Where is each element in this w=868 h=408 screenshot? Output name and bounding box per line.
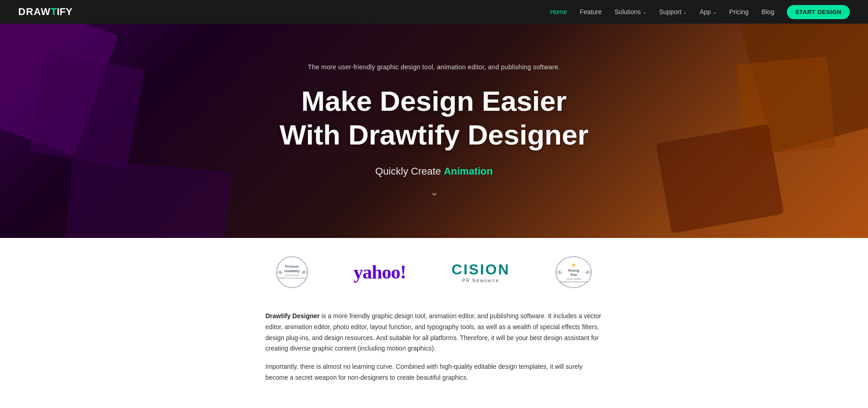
nav-support-dropdown[interactable]: Support ⌄ bbox=[659, 8, 687, 15]
hero-title-line1: Make Design Easier bbox=[301, 85, 566, 117]
rising-star-label1: Rising bbox=[568, 269, 579, 273]
nav-support[interactable]: Support ⌄ bbox=[659, 8, 687, 15]
hero-title-line2: With Drawtify Designer bbox=[279, 119, 588, 150]
rising-star-badge: ❧ ❧ ★ Rising Star 2019 Award Awarded by … bbox=[555, 256, 592, 288]
rising-star-badge-ring: ❧ ❧ ★ Rising Star 2019 Award Awarded by … bbox=[555, 256, 592, 288]
hero-section: The more user-friendly graphic design to… bbox=[0, 24, 868, 238]
nav-solutions-link[interactable]: Solutions bbox=[615, 8, 641, 15]
support-chevron-icon: ⌄ bbox=[683, 10, 687, 15]
laurel-right-icon: ❧ bbox=[300, 267, 308, 278]
cision-logo-item: CISION PR Newswire bbox=[452, 261, 510, 283]
rising-star-label2: Star bbox=[570, 273, 578, 277]
nav-links: Home Feature Solutions ⌄ Support ⌄ App ⌄… bbox=[550, 5, 850, 19]
solutions-chevron-icon: ⌄ bbox=[642, 10, 646, 15]
nav-blog[interactable]: Blog bbox=[761, 8, 774, 16]
cision-logo-sub: PR Newswire bbox=[462, 278, 499, 283]
logo-t: T bbox=[51, 6, 56, 18]
hero-content: The more user-friendly graphic design to… bbox=[0, 63, 868, 199]
yahoo-logo-item: yahoo! bbox=[354, 261, 406, 283]
description-para2: Importantly, there is almost no learning… bbox=[266, 362, 603, 383]
rising-laurel-right-icon: ❧ bbox=[584, 267, 592, 278]
start-design-button[interactable]: START DESIGN bbox=[787, 5, 850, 19]
description-section: Drawtify Designer is a more friendly gra… bbox=[0, 297, 868, 408]
nav-feature-link[interactable]: Feature bbox=[580, 8, 602, 15]
yahoo-logo-text: yahoo! bbox=[354, 261, 406, 283]
logo-draw: DRAW bbox=[18, 6, 51, 18]
hero-tagline: Quickly Create Animation bbox=[0, 165, 868, 177]
hero-tagline-highlight: Animation bbox=[444, 165, 493, 177]
nav-pricing-link[interactable]: Pricing bbox=[729, 8, 749, 15]
nav-app-dropdown[interactable]: App ⌄ bbox=[699, 8, 716, 15]
app-chevron-icon: ⌄ bbox=[713, 10, 716, 15]
cision-logo-wrapper: CISION PR Newswire bbox=[452, 261, 510, 283]
nav-pricing[interactable]: Pricing bbox=[729, 8, 749, 16]
description-para1: Drawtify Designer is a more friendly gra… bbox=[266, 311, 603, 354]
nav-solutions[interactable]: Solutions ⌄ bbox=[615, 8, 647, 15]
nav-solutions-dropdown[interactable]: Solutions ⌄ bbox=[615, 8, 647, 15]
nav-app-link[interactable]: App bbox=[699, 8, 711, 15]
logo-ify: IFY bbox=[57, 6, 72, 18]
nav-app[interactable]: App ⌄ bbox=[699, 8, 716, 15]
description-text: Drawtify Designer is a more friendly gra… bbox=[229, 302, 639, 408]
logos-section: ❧ ❧ Premium Usability 2019 Award Awarded… bbox=[0, 238, 868, 297]
hero-tagline-prefix: Quickly Create bbox=[375, 165, 444, 177]
rising-star-awarded: Awarded by FinancesOnline bbox=[560, 280, 588, 283]
logo[interactable]: DRAWTIFY bbox=[18, 6, 72, 18]
nav-feature[interactable]: Feature bbox=[580, 8, 602, 16]
premium-usability-badge: ❧ ❧ Premium Usability 2019 Award Awarded… bbox=[276, 256, 308, 288]
hero-subtitle: The more user-friendly graphic design to… bbox=[0, 63, 868, 71]
rising-star-icon: ★ bbox=[571, 261, 577, 269]
nav-home-link[interactable]: Home bbox=[550, 8, 567, 15]
cision-logo-text: CISION bbox=[452, 261, 510, 278]
nav-start-design[interactable]: START DESIGN bbox=[787, 5, 850, 19]
laurel-left-icon: ❧ bbox=[276, 267, 284, 278]
description-bold: Drawtify Designer bbox=[266, 312, 320, 320]
premium-badge-ring: ❧ ❧ Premium Usability 2019 Award Awarded… bbox=[276, 256, 308, 288]
nav-home[interactable]: Home bbox=[550, 8, 567, 16]
nav-blog-link[interactable]: Blog bbox=[761, 8, 774, 15]
rising-laurel-left-icon: ❧ bbox=[555, 267, 563, 278]
nav-support-link[interactable]: Support bbox=[659, 8, 681, 15]
scroll-down-icon[interactable]: ⌄ bbox=[0, 186, 868, 198]
hero-title: Make Design Easier With Drawtify Designe… bbox=[0, 84, 868, 152]
navbar: DRAWTIFY Home Feature Solutions ⌄ Suppor… bbox=[0, 0, 868, 24]
